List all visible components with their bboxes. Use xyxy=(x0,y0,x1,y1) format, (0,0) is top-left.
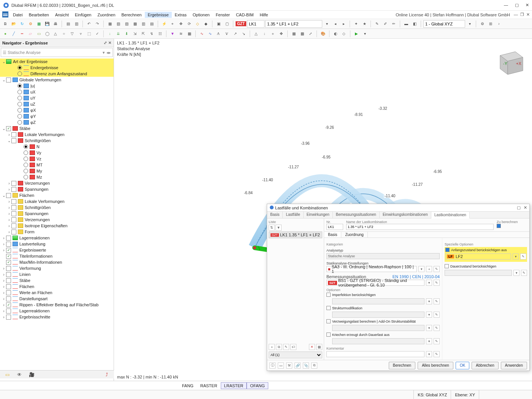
edit3-button[interactable]: ✏ xyxy=(390,20,397,28)
snap-raster[interactable]: RASTER xyxy=(197,382,221,389)
checkbox-icon[interactable] xyxy=(6,315,11,320)
tree-row[interactable]: ›Lokale Verformungen xyxy=(0,131,114,138)
tree-row[interactable]: ›Verzerrungen xyxy=(0,180,114,186)
tree-row[interactable]: ›Lagerreaktionen xyxy=(0,235,114,241)
radio-icon[interactable] xyxy=(24,144,28,149)
tree-row[interactable]: ›Schnittgrößen xyxy=(0,204,114,211)
radio-icon[interactable] xyxy=(24,150,28,155)
loadcase-button[interactable]: ☷ xyxy=(156,30,164,38)
checkbox-icon[interactable] xyxy=(11,138,16,143)
checkbox-icon[interactable] xyxy=(6,248,11,253)
radio-icon[interactable] xyxy=(17,102,22,106)
surface-button[interactable]: ▱ xyxy=(27,30,34,38)
tree-row[interactable]: My xyxy=(0,168,114,174)
checkbox-icon[interactable] xyxy=(6,309,11,314)
more2-button[interactable]: ▾ xyxy=(361,30,369,38)
tree-row[interactable]: ›Linien xyxy=(0,271,114,277)
checkbox-icon[interactable] xyxy=(6,266,11,271)
list-filter-icon[interactable]: ▼ xyxy=(276,225,282,231)
tree-row[interactable]: Differenz zum Anfangszustand xyxy=(0,71,114,77)
tree-row[interactable]: N xyxy=(0,144,114,150)
dialog-tabs[interactable]: BasisLastfälleEinwirkungenBemessungssitu… xyxy=(267,212,529,218)
option-dropdown-icon[interactable]: ▾ xyxy=(426,312,432,318)
load2-button[interactable]: ⇊ xyxy=(114,30,122,38)
checkbox-icon[interactable] xyxy=(6,290,11,295)
option-dropdown-icon[interactable]: ▾ xyxy=(426,325,432,331)
tree-row[interactable]: φZ xyxy=(0,119,114,125)
dlg-subtab-basis[interactable]: Basis xyxy=(324,232,341,238)
doc-minimize-icon[interactable]: — xyxy=(514,12,518,17)
list-tag-icon[interactable]: 🏷 xyxy=(290,344,296,350)
radio-icon[interactable] xyxy=(24,169,28,173)
dialog-maximize-icon[interactable]: ▢ xyxy=(517,205,521,210)
list-sort-icon[interactable]: ⇅ xyxy=(269,225,275,231)
list-item-lk1[interactable]: GZT LK1 1.35 * LF1 + LF2 xyxy=(269,231,322,238)
menu-extras[interactable]: Extras xyxy=(172,12,190,18)
model-button[interactable]: ⚙ xyxy=(27,20,34,28)
tree-row[interactable]: Max/Min-Informationen xyxy=(0,259,114,265)
diagram1-button[interactable]: ∿ xyxy=(198,30,206,38)
checkbox-icon[interactable] xyxy=(6,242,11,247)
statik-dropdown-icon[interactable]: ▾ xyxy=(418,266,424,272)
mesh-button[interactable]: ▦ xyxy=(290,30,298,38)
table1-button[interactable]: ▦ xyxy=(106,20,114,28)
tree-row[interactable]: ›Ergebnisschnitte xyxy=(0,314,114,320)
option-edit-icon[interactable]: ✎ xyxy=(434,312,440,318)
statik-field[interactable]: ■SA3 - III. Ordnung | Newton-Raphson | 1… xyxy=(326,266,417,272)
settings-button[interactable]: ⚙ xyxy=(478,20,486,28)
tree-row[interactable]: φY xyxy=(0,113,114,119)
statik-edit-icon[interactable]: ✎ xyxy=(434,266,440,272)
bem-edit-icon[interactable]: ✎ xyxy=(434,280,440,286)
hinge-button[interactable]: ○ xyxy=(60,30,68,38)
tree-row[interactable]: ›Rippen - Effektiver Beitrag auf Fläche/… xyxy=(0,302,114,308)
checkbox-icon[interactable] xyxy=(11,132,16,137)
tree-row[interactable]: ›Ergebniswerte xyxy=(0,247,114,253)
meta-nr-field[interactable] xyxy=(326,224,343,230)
layers2-button[interactable]: ◧ xyxy=(411,20,418,28)
open-button[interactable]: 📂 xyxy=(10,20,17,28)
menu-bearbeiten[interactable]: Bearbeiten xyxy=(26,12,52,18)
show-support-button[interactable]: △ xyxy=(252,30,260,38)
tree-row[interactable]: ⌄Stäbe xyxy=(0,125,114,131)
rotate-button[interactable]: ⟳ xyxy=(185,20,193,28)
zoom-button[interactable]: ⚡ xyxy=(160,20,168,28)
dlg-tab-bemessungssituationen[interactable]: Bemessungssituationen xyxy=(333,212,380,218)
option-dropdown-icon[interactable]: ▾ xyxy=(426,338,432,344)
comment-edit-icon[interactable]: ✎ xyxy=(434,351,440,357)
option-dropdown-icon[interactable]: ▾ xyxy=(426,298,432,304)
menu-optionen[interactable]: Optionen xyxy=(190,12,213,18)
undo-button[interactable]: ↶ xyxy=(85,20,93,28)
show2-button[interactable]: ▢ xyxy=(223,20,231,28)
maximize-icon[interactable]: ▢ xyxy=(515,3,519,8)
support-button[interactable]: △ xyxy=(52,30,59,38)
tree-row[interactable]: uZ xyxy=(0,101,114,107)
tree-row[interactable]: ⌄Globale Verformungen xyxy=(0,77,114,83)
formula-field[interactable] xyxy=(265,20,322,28)
close-icon[interactable]: ✕ xyxy=(526,3,529,8)
option-edit-icon[interactable]: ✎ xyxy=(434,298,440,304)
favorite-button[interactable]: ★ xyxy=(361,20,368,28)
snap-lraster[interactable]: LRASTER xyxy=(221,382,247,389)
menu-ergebnisse[interactable]: Ergebnisse xyxy=(145,12,172,18)
tree-row[interactable]: ›Verformung xyxy=(0,265,114,271)
option-checkbox[interactable] xyxy=(326,293,331,297)
meta-calc-checkbox[interactable] xyxy=(497,224,501,228)
checkbox-icon[interactable] xyxy=(6,302,11,307)
radio-icon[interactable] xyxy=(17,84,22,88)
checkbox-icon[interactable] xyxy=(6,236,11,241)
dlg-tab-einwirkungen[interactable]: Einwirkungen xyxy=(304,212,333,218)
dlg-tag-icon[interactable]: ▭ xyxy=(278,363,284,369)
list-button[interactable]: ▥ xyxy=(73,20,80,28)
nav-camera-icon[interactable]: 🎥 xyxy=(27,372,36,378)
opening-button[interactable]: ◯ xyxy=(43,30,51,38)
dlg-tab-lastfälle[interactable]: Lastfälle xyxy=(283,212,303,218)
tree-row[interactable]: Endergebnisse xyxy=(0,65,114,71)
tree-row[interactable]: ⌄Art der Ergebnisse xyxy=(0,59,114,65)
list-delete-icon[interactable]: ✕ xyxy=(309,344,315,350)
dauer-edit-icon[interactable]: ✎ xyxy=(521,270,527,276)
show1-button[interactable]: ▣ xyxy=(215,20,222,28)
dialog-subtabs[interactable]: BasisZuordnung xyxy=(324,232,529,238)
radio-icon[interactable] xyxy=(17,90,22,94)
show-load-button[interactable]: ↓ xyxy=(261,30,268,38)
pan-button[interactable]: ✥ xyxy=(177,20,185,28)
